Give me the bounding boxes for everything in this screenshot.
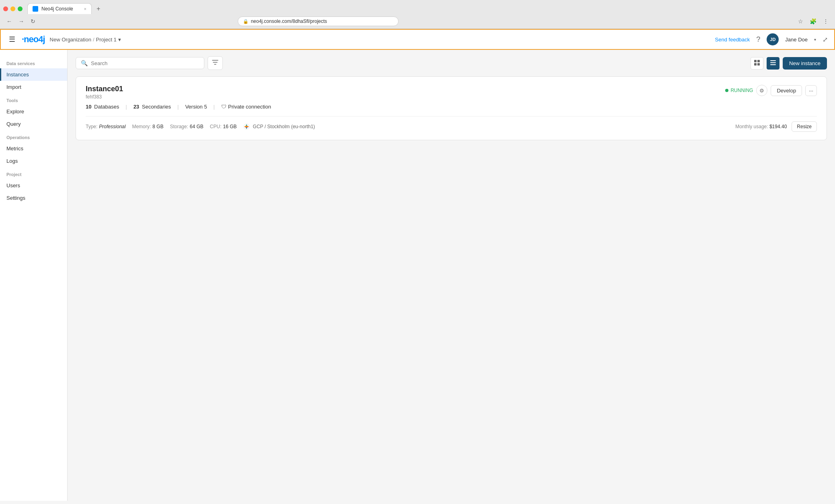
new-tab-button[interactable]: + xyxy=(93,4,103,14)
instance-details: Type: Professional Memory: 8 GB Storage:… xyxy=(86,116,817,132)
instance-settings-button[interactable]: ⚙ xyxy=(756,85,767,96)
meta-sep-2: | xyxy=(177,104,179,110)
sidebar-section-tools: Tools xyxy=(0,93,67,105)
address-bar: 🔒 neo4j.console.com/8dhaSfl/projects xyxy=(238,16,399,26)
close-button[interactable] xyxy=(3,6,8,11)
url-text: neo4j.console.com/8dhaSfl/projects xyxy=(251,18,393,24)
filter-button[interactable] xyxy=(208,56,223,70)
svg-rect-5 xyxy=(770,62,776,63)
sidebar-item-users[interactable]: Users xyxy=(0,179,67,192)
breadcrumb-separator: / xyxy=(93,37,95,43)
sidebar-item-import[interactable]: Import xyxy=(0,81,67,93)
search-input[interactable] xyxy=(91,60,199,66)
neo4j-logo: ·neo4j xyxy=(22,34,45,45)
tab-favicon xyxy=(33,6,38,12)
instance-meta: 10 Databases | 23 Secondaries | Version … xyxy=(86,104,817,110)
tab-close-icon[interactable]: × xyxy=(84,6,86,11)
sidebar-section-operations: Operations xyxy=(0,130,67,142)
sidebar-item-metrics[interactable]: Metrics xyxy=(0,142,67,155)
send-feedback-button[interactable]: Send feedback xyxy=(715,37,750,43)
top-navigation: ☰ ·neo4j New Organization / Project 1 ▾ … xyxy=(0,29,835,50)
cloud-provider-detail: GCP / Stockholm (eu-north1) xyxy=(243,123,315,130)
gcp-icon xyxy=(243,123,250,130)
svg-rect-3 xyxy=(757,63,760,66)
search-box: 🔍 xyxy=(76,57,204,69)
instance-settings-icon: ⚙ xyxy=(759,88,764,94)
extensions-button[interactable]: 🧩 xyxy=(808,16,818,26)
svg-rect-4 xyxy=(770,60,776,61)
user-menu-chevron-icon[interactable]: ▾ xyxy=(814,37,816,42)
search-icon: 🔍 xyxy=(81,60,88,66)
shield-icon: 🛡 xyxy=(221,104,226,110)
sidebar-item-explore[interactable]: Explore xyxy=(0,105,67,118)
tab-title: Neo4j Console xyxy=(41,6,81,12)
toolbar: 🔍 xyxy=(76,56,827,70)
status-dot-icon xyxy=(725,89,728,92)
svg-rect-1 xyxy=(757,60,760,62)
status-badge: RUNNING xyxy=(725,88,753,93)
filter-icon xyxy=(212,59,218,66)
version-label: Version 5 xyxy=(185,104,207,110)
breadcrumb-org[interactable]: New Organization xyxy=(50,37,91,43)
grid-view-button[interactable] xyxy=(751,57,763,70)
expand-button[interactable]: ⤢ xyxy=(823,36,828,43)
back-button[interactable]: ← xyxy=(5,16,14,26)
svg-rect-0 xyxy=(754,60,757,62)
menu-button[interactable]: ⋮ xyxy=(821,16,830,26)
develop-button[interactable]: Develop xyxy=(771,85,802,96)
list-view-icon xyxy=(770,60,776,66)
breadcrumb: New Organization / Project 1 ▾ xyxy=(50,37,121,43)
monthly-usage: Monthly usage: $194.40 xyxy=(735,124,787,129)
sidebar: Data services Instances Import Tools Exp… xyxy=(0,50,68,501)
sidebar-item-settings[interactable]: Settings xyxy=(0,192,67,204)
user-name[interactable]: Jane Doe xyxy=(785,37,808,43)
secondaries-count: 23 Secondaries xyxy=(134,104,171,110)
bookmark-button[interactable]: ☆ xyxy=(796,16,805,26)
hamburger-menu-button[interactable]: ☰ xyxy=(7,33,17,45)
forward-button[interactable]: → xyxy=(17,16,26,26)
more-options-button[interactable]: ··· xyxy=(805,85,817,96)
meta-sep-3: | xyxy=(214,104,215,110)
sidebar-item-logs[interactable]: Logs xyxy=(0,155,67,167)
lock-icon: 🔒 xyxy=(243,19,249,24)
resize-button[interactable]: Resize xyxy=(792,121,817,132)
status-text: RUNNING xyxy=(730,88,753,93)
sidebar-item-instances[interactable]: Instances xyxy=(0,68,67,81)
new-instance-button[interactable]: New instance xyxy=(783,57,827,70)
cpu-detail: CPU: 16 GB xyxy=(210,124,237,129)
breadcrumb-chevron-icon: ▾ xyxy=(118,37,121,43)
storage-detail: Storage: 64 GB xyxy=(170,124,203,129)
svg-rect-6 xyxy=(770,64,776,65)
logo-text: ·neo4j xyxy=(22,34,45,45)
sidebar-item-query[interactable]: Query xyxy=(0,118,67,130)
minimize-button[interactable] xyxy=(10,6,15,11)
browser-tab[interactable]: Neo4j Console × xyxy=(27,3,92,14)
breadcrumb-project[interactable]: Project 1 ▾ xyxy=(96,37,121,43)
instance-id: fehf383 xyxy=(86,94,123,100)
list-view-button[interactable] xyxy=(767,57,779,70)
grid-view-icon xyxy=(754,60,760,66)
type-detail: Type: Professional xyxy=(86,124,125,129)
help-button[interactable]: ? xyxy=(756,35,760,44)
instance-name: Instance01 xyxy=(86,85,123,93)
instance-card: Instance01 fehf383 RUNNING ⚙ Develop ··· xyxy=(76,76,827,140)
reload-button[interactable]: ↻ xyxy=(29,16,37,26)
sidebar-section-project: Project xyxy=(0,167,67,179)
connection-label: 🛡 Private connection xyxy=(221,104,271,110)
databases-count: 10 Databases xyxy=(86,104,119,110)
main-content: 🔍 xyxy=(68,50,835,501)
meta-sep-1: | xyxy=(125,104,127,110)
svg-rect-2 xyxy=(754,63,757,66)
user-avatar[interactable]: JD xyxy=(767,33,779,45)
sidebar-section-data-services: Data services xyxy=(0,56,67,68)
maximize-button[interactable] xyxy=(18,6,23,11)
memory-detail: Memory: 8 GB xyxy=(132,124,163,129)
